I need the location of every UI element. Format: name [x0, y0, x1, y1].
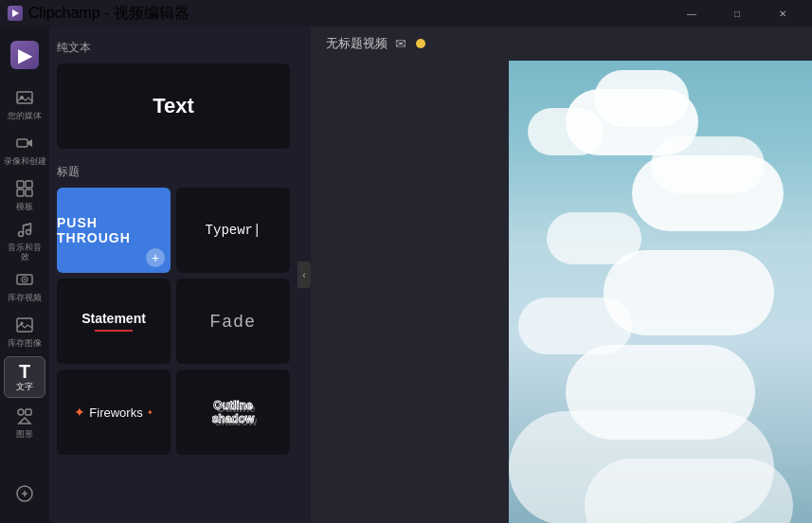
- text-card-plain[interactable]: Text: [57, 63, 290, 149]
- text-card-fade[interactable]: Fade: [176, 279, 290, 364]
- media-icon: [15, 88, 34, 110]
- video-canvas[interactable]: [509, 61, 812, 523]
- stock-images-icon: [15, 316, 34, 337]
- text-icon: T: [19, 362, 30, 381]
- maximize-button[interactable]: □: [715, 0, 759, 27]
- sidebar-item-text[interactable]: T 文字: [4, 356, 45, 398]
- plain-text-section-title: 纯文本: [57, 40, 290, 56]
- content-area: 无标题视频 ✉: [311, 27, 812, 523]
- shapes-icon: [15, 406, 34, 428]
- titles-grid: PUSH THROUGH + Typewr| Statement Fade: [57, 188, 290, 455]
- add-push-through-button[interactable]: +: [146, 248, 165, 267]
- titles-section-title: 标题: [57, 164, 290, 180]
- sidebar: ▶ 您的媒体 录像和创建: [0, 27, 49, 523]
- svg-rect-7: [26, 189, 32, 196]
- text-panel: 纯文本 Text 标题 PUSH THROUGH + Typewr|: [49, 27, 298, 523]
- svg-rect-4: [17, 181, 24, 188]
- sidebar-label-stock-images: 库存图像: [8, 339, 42, 348]
- titlebar-title: Clipchamp - 视频编辑器: [28, 4, 189, 24]
- app-icon: [8, 6, 23, 21]
- close-button[interactable]: ✕: [761, 0, 804, 27]
- svg-point-12: [24, 279, 26, 280]
- typewriter-label: Typewr|: [206, 223, 262, 238]
- svg-rect-6: [17, 189, 24, 196]
- text-card-outline-shadow[interactable]: Outlineshadow: [176, 370, 290, 455]
- templates-icon: [15, 179, 34, 201]
- more-icon: [15, 484, 34, 506]
- sidebar-label-music: 音乐和音效: [4, 243, 45, 262]
- fireworks-icon: ✦: [74, 405, 85, 420]
- sidebar-item-music[interactable]: 音乐和音效: [4, 220, 45, 262]
- main-layout: ▶ 您的媒体 录像和创建: [0, 27, 812, 523]
- text-card-push-through[interactable]: PUSH THROUGH +: [57, 188, 171, 273]
- music-icon: [15, 220, 34, 242]
- sidebar-item-record[interactable]: 录像和创建: [4, 129, 45, 171]
- cloud-3: [528, 108, 604, 155]
- svg-rect-16: [26, 409, 31, 415]
- sidebar-item-more[interactable]: [4, 474, 45, 515]
- cloud-5: [651, 136, 765, 193]
- plain-text-grid: Text: [57, 63, 290, 149]
- statement-label: Statement: [81, 311, 146, 326]
- sidebar-item-stock-images[interactable]: 库存图像: [4, 311, 45, 352]
- sidebar-label-shapes: 图形: [16, 430, 33, 439]
- sidebar-label-templates: 模板: [16, 203, 33, 211]
- panel-divider: ‹: [298, 27, 311, 523]
- push-through-label: PUSH THROUGH: [57, 215, 171, 245]
- plain-text-label: Text: [153, 94, 194, 118]
- sidebar-label-record: 录像和创建: [4, 157, 46, 166]
- svg-marker-17: [19, 418, 30, 424]
- fireworks-icon-2: ✦: [147, 408, 153, 417]
- svg-marker-0: [12, 9, 19, 17]
- minimize-button[interactable]: —: [670, 0, 713, 27]
- sidebar-label-text: 文字: [16, 383, 33, 391]
- cloud-11: [585, 459, 793, 523]
- sidebar-item-stock-video[interactable]: 库存视频: [4, 265, 45, 307]
- sidebar-item-templates[interactable]: 模板: [4, 174, 45, 216]
- svg-rect-3: [17, 139, 27, 147]
- statement-underline: [95, 330, 133, 332]
- svg-rect-1: [17, 92, 32, 103]
- svg-rect-5: [26, 181, 32, 188]
- sidebar-label-stock-video: 库存视频: [8, 294, 42, 302]
- home-icon: ▶: [10, 41, 39, 69]
- sidebar-item-shapes[interactable]: 图形: [4, 402, 45, 443]
- sidebar-label-media: 您的媒体: [8, 112, 42, 120]
- sidebar-item-home[interactable]: ▶: [4, 34, 45, 76]
- record-icon: [15, 134, 34, 155]
- text-card-typewriter[interactable]: Typewr|: [176, 188, 290, 273]
- fireworks-label: Fireworks: [89, 406, 142, 420]
- fade-label: Fade: [209, 312, 256, 332]
- text-card-fireworks[interactable]: ✦ Fireworks ✦: [57, 370, 171, 455]
- titles-section: 标题 PUSH THROUGH + Typewr| Statement: [57, 160, 290, 466]
- stock-video-icon: [15, 270, 34, 292]
- titlebar: Clipchamp - 视频编辑器 — □ ✕: [0, 0, 812, 27]
- svg-point-15: [18, 409, 24, 415]
- content-title: 无标题视频: [326, 35, 388, 52]
- video-area: [311, 61, 812, 523]
- content-header: 无标题视频 ✉: [311, 27, 812, 61]
- sidebar-item-media[interactable]: 您的媒体: [4, 83, 45, 125]
- status-dot: [416, 39, 425, 48]
- cloud-2: [594, 70, 689, 127]
- edit-title-icon[interactable]: ✉: [395, 36, 406, 51]
- outline-shadow-label: Outlineshadow: [212, 399, 255, 426]
- window-controls[interactable]: — □ ✕: [670, 0, 804, 27]
- plain-text-section: 纯文本 Text: [57, 36, 290, 160]
- text-card-statement[interactable]: Statement: [57, 279, 171, 364]
- collapse-panel-button[interactable]: ‹: [298, 262, 311, 288]
